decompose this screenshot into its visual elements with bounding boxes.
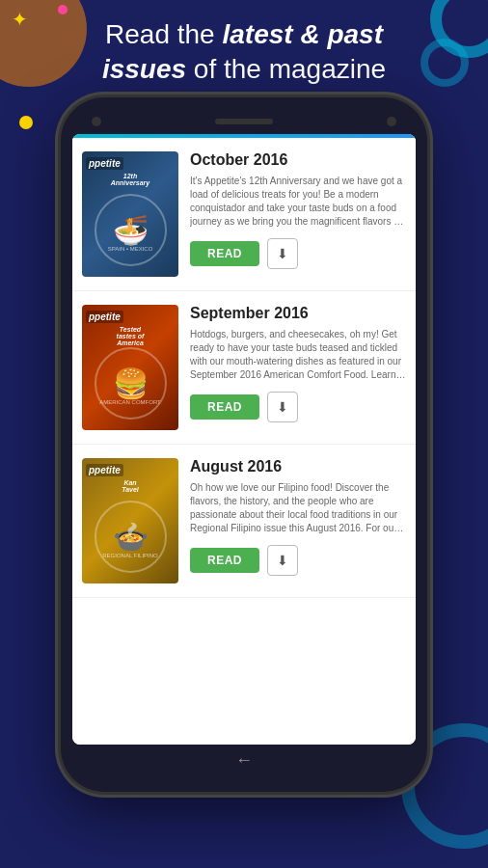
download-button-aug[interactable]: ⬇	[267, 545, 298, 576]
list-item: ppetite KanTavel 🍲 REGIONAL FILIPINO Aug…	[72, 445, 416, 598]
cover-subtitle-aug: REGIONAL FILIPINO	[86, 553, 175, 560]
phone-notch-area	[92, 117, 396, 126]
phone-screen: ppetite 12thAnniversary 🍜 SPAIN • MEXICO…	[72, 134, 416, 745]
issue-list: ppetite 12thAnniversary 🍜 SPAIN • MEXICO…	[72, 138, 416, 745]
header-bold2: issues	[102, 54, 186, 84]
cover-title-aug: ppetite	[86, 464, 123, 476]
issue-actions-sep: READ ⬇	[190, 392, 406, 422]
cover-title-sep: ppetite	[86, 311, 123, 323]
dot-yellow	[19, 116, 33, 129]
phone-top-bar	[72, 115, 416, 134]
list-item: ppetite Testedtastes ofAmerica 🍔 AMERICA…	[72, 291, 416, 445]
magazine-cover-oct: ppetite 12thAnniversary 🍜 SPAIN • MEXICO	[82, 151, 178, 277]
issue-title-aug: August 2016	[190, 458, 406, 475]
issue-content-aug: August 2016 Oh how we love our Filipino …	[190, 458, 406, 583]
back-arrow-icon[interactable]: ←	[235, 750, 253, 771]
cover-title-oct: ppetite	[86, 157, 123, 170]
issue-actions-oct: READ ⬇	[190, 238, 406, 269]
cover-food-oct: 🍜	[82, 182, 178, 277]
food-circle-sep: 🍔	[95, 347, 167, 420]
list-item: ppetite 12thAnniversary 🍜 SPAIN • MEXICO…	[72, 138, 416, 291]
cover-subtitle-oct: SPAIN • MEXICO	[86, 246, 175, 254]
issue-desc-sep: Hotdogs, burgers, and cheesecakes, oh my…	[190, 328, 406, 382]
issue-desc-oct: It's Appetite's 12th Anniversary and we …	[190, 175, 406, 229]
magazine-cover-sep: ppetite Testedtastes ofAmerica 🍔 AMERICA…	[82, 305, 178, 430]
phone-speaker	[215, 119, 273, 124]
header: Read the latest & past issues of the mag…	[0, 0, 488, 97]
phone-frame: ppetite 12thAnniversary 🍜 SPAIN • MEXICO…	[61, 97, 427, 792]
cover-food-aug: 🍲	[82, 489, 178, 583]
read-button-sep[interactable]: READ	[190, 394, 259, 420]
header-line2: issues of the magazine	[19, 52, 469, 87]
phone-bottom-bar: ←	[72, 745, 416, 774]
food-circle-aug: 🍲	[95, 501, 167, 573]
issue-content-sep: September 2016 Hotdogs, burgers, and che…	[190, 305, 406, 430]
issue-title-sep: September 2016	[190, 305, 406, 322]
camera-dot-left	[92, 117, 101, 126]
cover-food-sep: 🍔	[82, 336, 178, 430]
issue-actions-aug: READ ⬇	[190, 545, 406, 576]
cover-subtitle-sep: AMERICAN COMFORT	[86, 399, 175, 407]
magazine-cover-aug: ppetite KanTavel 🍲 REGIONAL FILIPINO	[82, 458, 178, 583]
read-button-aug[interactable]: READ	[190, 548, 259, 573]
header-line1: Read the latest & past	[19, 17, 469, 52]
issue-title-oct: October 2016	[190, 151, 406, 169]
download-button-sep[interactable]: ⬇	[267, 392, 298, 422]
download-button-oct[interactable]: ⬇	[267, 238, 298, 269]
issue-desc-aug: Oh how we love our Filipino food! Discov…	[190, 481, 406, 535]
header-bold1: latest & past	[222, 19, 383, 49]
food-circle-oct: 🍜	[95, 194, 167, 266]
camera-dot-right	[387, 117, 396, 126]
read-button-oct[interactable]: READ	[190, 241, 259, 266]
issue-content-oct: October 2016 It's Appetite's 12th Annive…	[190, 151, 406, 277]
